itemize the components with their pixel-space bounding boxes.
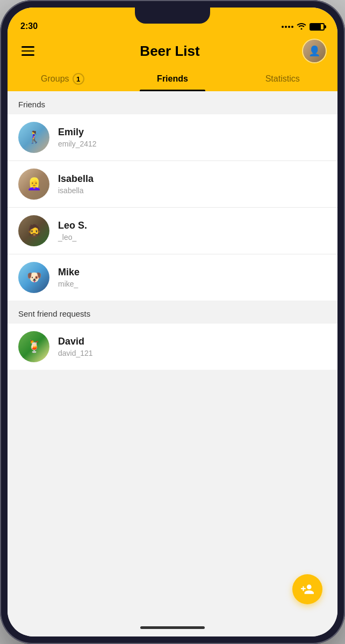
tab-friends-label: Friends bbox=[157, 74, 188, 84]
friend-name: Isabella bbox=[58, 173, 94, 185]
status-time: 2:30 bbox=[20, 21, 38, 31]
friend-name: David bbox=[58, 336, 93, 347]
home-indicator bbox=[8, 618, 337, 636]
friend-username: emily_2412 bbox=[58, 140, 97, 148]
friend-name: Leo S. bbox=[58, 220, 87, 231]
phone-screen: 2:30 bbox=[8, 8, 337, 636]
avatar: 🚶‍♀️ bbox=[18, 122, 49, 153]
sent-requests-section-header: Sent friend requests bbox=[8, 301, 337, 324]
friend-username: _leo_ bbox=[58, 233, 87, 241]
battery-icon bbox=[310, 23, 325, 31]
mike-avatar-img: 🐶 bbox=[18, 262, 49, 293]
friend-info: Leo S. _leo_ bbox=[58, 220, 87, 241]
tab-groups-label: Groups bbox=[41, 74, 69, 84]
friend-name: Mike bbox=[58, 267, 80, 278]
tab-friends[interactable]: Friends bbox=[118, 68, 228, 91]
avatar: 🧔 bbox=[18, 215, 49, 246]
groups-badge: 1 bbox=[73, 73, 84, 85]
status-icons bbox=[282, 22, 325, 31]
avatar: 🍹 bbox=[18, 331, 49, 362]
friends-section-header: Friends bbox=[8, 91, 337, 114]
isabella-avatar-img: 👱‍♀️ bbox=[18, 169, 49, 200]
sent-requests-list: 🍹 David david_121 bbox=[8, 324, 337, 370]
app-header: Beer List 👤 bbox=[8, 34, 337, 63]
friend-name: Emily bbox=[58, 127, 97, 138]
david-avatar-img: 🍹 bbox=[18, 331, 49, 362]
wifi-icon bbox=[297, 22, 306, 31]
friend-info: Isabella isabella bbox=[58, 173, 94, 195]
leo-avatar-img: 🧔 bbox=[18, 215, 49, 246]
tab-statistics-label: Statistics bbox=[265, 74, 300, 84]
avatar-image: 👤 bbox=[303, 40, 326, 62]
friend-username: isabella bbox=[58, 186, 94, 195]
avatar: 👱‍♀️ bbox=[18, 169, 49, 200]
avatar: 🐶 bbox=[18, 262, 49, 293]
app-title: Beer List bbox=[140, 43, 199, 60]
list-item[interactable]: 🧔 Leo S. _leo_ bbox=[8, 208, 337, 254]
add-friend-icon bbox=[300, 582, 314, 596]
user-avatar[interactable]: 👤 bbox=[302, 39, 327, 63]
friend-username: david_121 bbox=[58, 349, 93, 357]
menu-button[interactable] bbox=[18, 43, 38, 59]
add-friend-button[interactable] bbox=[292, 574, 322, 604]
list-item[interactable]: 🐶 Mike mike_ bbox=[8, 254, 337, 301]
emily-avatar-img: 🚶‍♀️ bbox=[18, 122, 49, 153]
tab-statistics[interactable]: Statistics bbox=[227, 68, 337, 91]
friend-username: mike_ bbox=[58, 280, 80, 288]
list-item[interactable]: 🍹 David david_121 bbox=[8, 324, 337, 370]
tab-groups[interactable]: Groups 1 bbox=[8, 68, 118, 91]
friend-info: Emily emily_2412 bbox=[58, 127, 97, 148]
friend-info: David david_121 bbox=[58, 336, 93, 357]
list-item[interactable]: 🚶‍♀️ Emily emily_2412 bbox=[8, 114, 337, 161]
tab-bar: Groups 1 Friends Statistics bbox=[8, 63, 337, 91]
signal-icon bbox=[282, 26, 293, 28]
home-bar bbox=[140, 626, 205, 629]
main-content: Friends 🚶‍♀️ Emily emily_2412 👱‍♀️ bbox=[8, 91, 337, 618]
list-item[interactable]: 👱‍♀️ Isabella isabella bbox=[8, 161, 337, 208]
friends-list: 🚶‍♀️ Emily emily_2412 👱‍♀️ Isabella isab… bbox=[8, 114, 337, 301]
notch bbox=[135, 8, 210, 24]
friend-info: Mike mike_ bbox=[58, 267, 80, 288]
phone-frame: 2:30 bbox=[0, 0, 345, 644]
